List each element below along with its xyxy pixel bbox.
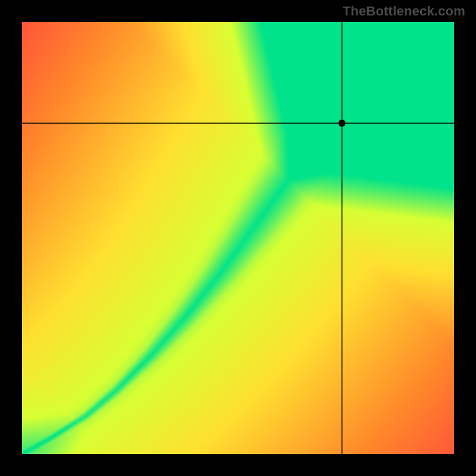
watermark-text: TheBottleneck.com (343, 4, 465, 19)
bottleneck-heatmap (0, 0, 476, 476)
chart-container: TheBottleneck.com (0, 0, 476, 476)
